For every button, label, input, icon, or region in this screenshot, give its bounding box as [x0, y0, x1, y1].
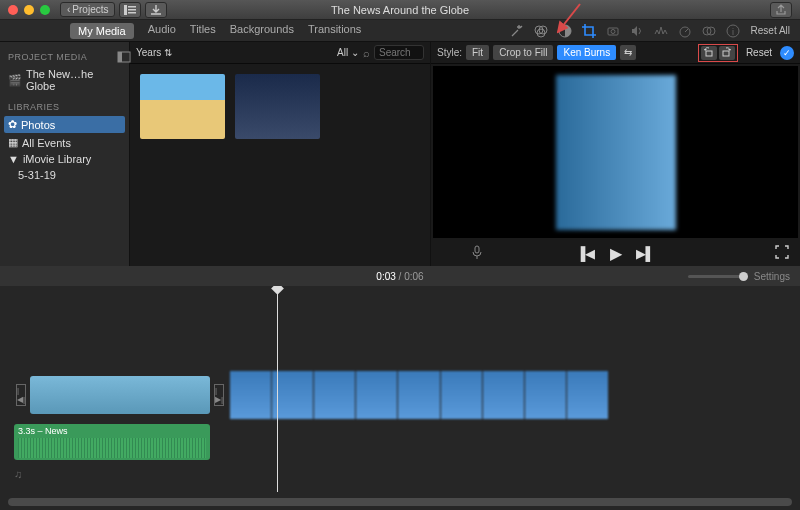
svg-text:i: i [732, 27, 734, 37]
timeline-area: 0:03 / 0:06 Settings |◀| |▶| 3.3s – News… [0, 266, 800, 510]
audio-waveform [18, 438, 206, 458]
timeline-scrollbar-thumb[interactable] [8, 498, 792, 506]
photos-icon: ✿ [8, 118, 17, 131]
zoom-thumb[interactable] [739, 272, 748, 281]
sidebar-item-date[interactable]: 5-31-19 [18, 167, 121, 183]
minimize-window[interactable] [24, 5, 34, 15]
sidebar-toggle-icon[interactable] [118, 52, 130, 64]
library-list-button[interactable] [119, 2, 141, 18]
viewer-panel: Style: Fit Crop to Fill Ken Burns ⇆ Rese… [430, 42, 800, 266]
zoom-window[interactable] [40, 5, 50, 15]
apply-crop-button[interactable]: ✓ [780, 46, 794, 60]
project-media-header: PROJECT MEDIA [8, 52, 121, 62]
media-tabs: My Media Audio Titles Backgrounds Transi… [70, 23, 361, 39]
tab-my-media[interactable]: My Media [70, 23, 134, 39]
titlebar: ‹Projects The News Around the Globe [0, 0, 800, 20]
reset-crop-button[interactable]: Reset [746, 47, 772, 58]
share-button[interactable] [770, 2, 792, 18]
noise-reduction-icon[interactable] [654, 24, 668, 38]
tab-audio[interactable]: Audio [148, 23, 176, 39]
media-thumbnail[interactable] [235, 74, 320, 139]
tab-backgrounds[interactable]: Backgrounds [230, 23, 294, 39]
share-icon [776, 5, 786, 15]
timeline[interactable]: |◀| |▶| 3.3s – News ♫ [0, 286, 800, 510]
stabilization-icon[interactable] [606, 24, 620, 38]
audio-clip[interactable]: 3.3s – News [14, 424, 210, 460]
fullscreen-icon[interactable] [776, 246, 788, 260]
clip-filter-icon[interactable] [702, 24, 716, 38]
crop-icon[interactable] [582, 24, 596, 38]
music-track-icon: ♫ [14, 468, 22, 480]
color-balance-icon[interactable] [534, 24, 548, 38]
video-clip-news[interactable] [230, 371, 608, 419]
speed-icon[interactable] [678, 24, 692, 38]
voiceover-icon[interactable] [471, 245, 483, 261]
timeline-header: 0:03 / 0:06 Settings [0, 266, 800, 286]
media-thumbnails [130, 64, 430, 149]
svg-rect-16 [118, 52, 122, 62]
sort-icon: ⇅ [164, 47, 172, 58]
svg-rect-17 [706, 51, 712, 56]
import-button[interactable] [145, 2, 167, 18]
rotate-buttons-highlight [698, 44, 738, 62]
close-window[interactable] [8, 5, 18, 15]
project-item[interactable]: 🎬The New…he Globe [8, 66, 121, 94]
style-kenburns-button[interactable]: Ken Burns [557, 45, 616, 60]
zoom-slider[interactable] [688, 275, 748, 278]
style-fit-button[interactable]: Fit [466, 45, 489, 60]
list-icon [124, 5, 136, 15]
search-icon: ⌕ [363, 47, 370, 59]
all-dropdown[interactable]: All ⌄ [337, 47, 359, 58]
timeline-scrollbar[interactable] [8, 498, 792, 506]
rotate-cw-button[interactable] [719, 46, 735, 60]
reset-all-button[interactable]: Reset All [751, 25, 790, 36]
transport-controls: ▐◀ ▶ ▶▌ [431, 240, 800, 266]
search-input[interactable] [374, 45, 424, 60]
clip-edge-right[interactable]: |▶| [214, 384, 224, 406]
svg-rect-3 [128, 12, 136, 14]
rotate-ccw-button[interactable] [701, 46, 717, 60]
video-clip-world[interactable] [30, 376, 210, 414]
tab-transitions[interactable]: Transitions [308, 23, 361, 39]
tab-titles[interactable]: Titles [190, 23, 216, 39]
prev-button[interactable]: ▐◀ [576, 246, 595, 261]
preview-viewport[interactable] [433, 66, 798, 238]
clip-edge-left[interactable]: |◀| [16, 384, 26, 406]
sidebar-item-imovie-library[interactable]: ▼iMovie Library [8, 151, 121, 167]
sidebar: PROJECT MEDIA 🎬The New…he Globe LIBRARIE… [0, 42, 130, 266]
chevron-left-icon: ‹ [67, 4, 70, 15]
enhance-icon[interactable] [510, 24, 524, 38]
timeline-settings: Settings [688, 271, 790, 282]
time-current: 0:03 [376, 271, 395, 282]
years-dropdown[interactable]: Years ⇅ [136, 47, 172, 58]
color-correction-icon[interactable] [558, 24, 572, 38]
style-crop-button[interactable]: Crop to Fill [493, 45, 553, 60]
svg-rect-19 [475, 246, 479, 253]
next-button[interactable]: ▶▌ [636, 246, 655, 261]
playhead[interactable] [277, 286, 278, 492]
settings-button[interactable]: Settings [754, 271, 790, 282]
preview-image [556, 75, 676, 230]
volume-icon[interactable] [630, 24, 644, 38]
chevron-down-icon: ⌄ [351, 47, 359, 58]
media-thumbnail[interactable] [140, 74, 225, 139]
time-total: 0:06 [404, 271, 423, 282]
rotate-cw-icon [721, 47, 732, 58]
svg-point-9 [611, 29, 615, 33]
svg-rect-0 [124, 5, 127, 15]
window-title: The News Around the Globe [331, 4, 469, 16]
style-label: Style: [437, 47, 462, 58]
sidebar-item-all-events[interactable]: ▦All Events [8, 134, 121, 151]
audio-clip-label: 3.3s – News [18, 426, 68, 436]
viewer-toolbar: i [510, 24, 740, 38]
libraries-header: LIBRARIES [8, 102, 121, 112]
crop-style-bar: Style: Fit Crop to Fill Ken Burns ⇆ Rese… [431, 42, 800, 64]
svg-rect-18 [723, 51, 729, 56]
film-icon: 🎬 [8, 74, 22, 87]
window-controls [8, 5, 50, 15]
sidebar-item-photos[interactable]: ✿Photos [4, 116, 125, 133]
info-icon[interactable]: i [726, 24, 740, 38]
swap-start-end-button[interactable]: ⇆ [620, 45, 636, 60]
play-button[interactable]: ▶ [610, 244, 622, 263]
projects-back-button[interactable]: ‹Projects [60, 2, 115, 17]
